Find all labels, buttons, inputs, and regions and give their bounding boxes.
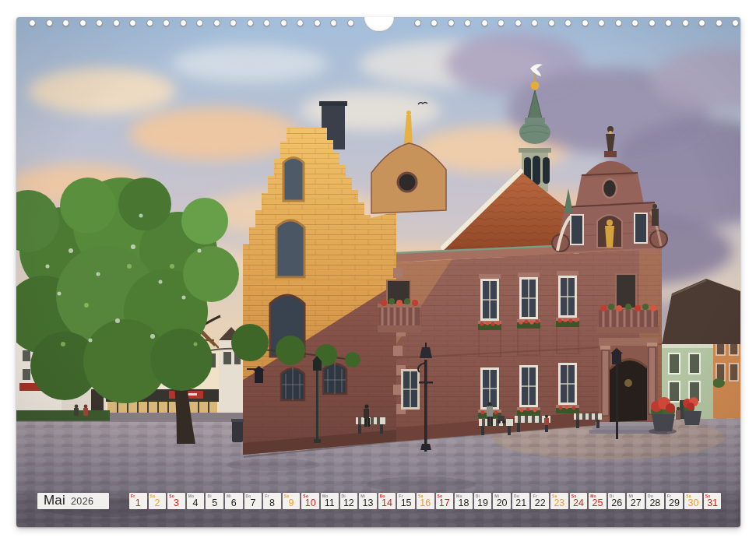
- day-number: 5: [206, 498, 223, 508]
- town-hall-photo-illustration: [16, 17, 740, 527]
- day-number: 21: [512, 498, 530, 508]
- day-number: 1: [129, 498, 147, 508]
- day-number: 7: [244, 498, 262, 508]
- day-number: 29: [666, 498, 684, 508]
- day-cell-2: Sa2: [149, 493, 167, 509]
- day-number: 10: [301, 498, 319, 508]
- day-cell-29: Fr29: [666, 493, 684, 509]
- day-number: 26: [608, 498, 626, 508]
- day-cell-9: Sa9: [283, 493, 301, 509]
- day-cell-21: Do21: [512, 493, 530, 509]
- day-cell-20: Mi20: [493, 493, 511, 509]
- day-number: 19: [474, 498, 492, 508]
- day-cell-24: So24: [570, 493, 588, 509]
- day-number: 17: [436, 498, 454, 508]
- day-cell-15: Fr15: [397, 493, 415, 509]
- day-number: 8: [263, 498, 281, 508]
- day-number: 22: [531, 498, 549, 508]
- day-number: 27: [627, 498, 645, 508]
- day-number: 31: [704, 498, 722, 508]
- day-number: 16: [417, 498, 434, 508]
- day-cell-19: Di19: [474, 493, 492, 509]
- calendar-product-page: { "calendar": { "month": "Mai", "year": …: [0, 0, 756, 545]
- day-cell-5: Di5: [206, 493, 223, 509]
- day-number: 11: [321, 498, 339, 508]
- calendar-photo-sheet: Mai 2026 Fr1Sa2So3Mo4Di5Mi6Do7Fr8Sa9So10…: [16, 17, 740, 527]
- day-cell-4: Mo4: [187, 493, 205, 509]
- day-cell-12: Di12: [340, 493, 358, 509]
- day-number: 3: [167, 498, 185, 508]
- calendar-strip: Mai 2026 Fr1Sa2So3Mo4Di5Mi6Do7Fr8Sa9So10…: [16, 493, 740, 510]
- day-number: 23: [550, 498, 568, 508]
- day-number: 28: [646, 498, 664, 508]
- day-cell-10: So10: [301, 493, 319, 509]
- day-number: 14: [378, 498, 396, 508]
- day-cell-22: Fr22: [531, 493, 549, 509]
- year-label: 2026: [71, 496, 93, 507]
- day-cell-31: So31: [704, 493, 722, 509]
- day-number: 20: [493, 498, 511, 508]
- day-cell-6: Mi6: [225, 493, 243, 509]
- day-cell-3: So3: [167, 493, 185, 509]
- month-label-box: Mai 2026: [37, 493, 109, 509]
- day-cell-13: Mi13: [359, 493, 377, 509]
- day-number: 6: [225, 498, 243, 508]
- day-number: 25: [589, 498, 607, 508]
- day-number: 30: [684, 498, 702, 508]
- day-cell-30: Sa30: [684, 493, 702, 509]
- day-number: 13: [359, 498, 377, 508]
- day-number: 4: [187, 498, 205, 508]
- day-number: 24: [570, 498, 588, 508]
- month-name: Mai: [44, 493, 65, 508]
- day-cell-28: Do28: [646, 493, 664, 509]
- day-number: 18: [455, 498, 473, 508]
- day-cell-23: Sa23: [550, 493, 568, 509]
- day-cell-18: Mo18: [455, 493, 473, 509]
- day-cell-26: Di26: [608, 493, 626, 509]
- day-number: 9: [283, 498, 301, 508]
- day-cell-16: Sa16: [417, 493, 434, 509]
- day-number: 15: [397, 498, 415, 508]
- day-cell-25: Mo25: [589, 493, 607, 509]
- day-cells: Fr1Sa2So3Mo4Di5Mi6Do7Fr8Sa9So10Mo11Di12M…: [129, 493, 721, 509]
- day-cell-27: Mi27: [627, 493, 645, 509]
- day-number: 12: [340, 498, 358, 508]
- day-cell-17: So17: [436, 493, 454, 509]
- day-cell-1: Fr1: [129, 493, 147, 509]
- day-cell-14: Do14: [378, 493, 396, 509]
- day-cell-8: Fr8: [263, 493, 281, 509]
- day-number: 2: [149, 498, 167, 508]
- day-cell-11: Mo11: [321, 493, 339, 509]
- vignette: [16, 17, 740, 527]
- day-cell-7: Do7: [244, 493, 262, 509]
